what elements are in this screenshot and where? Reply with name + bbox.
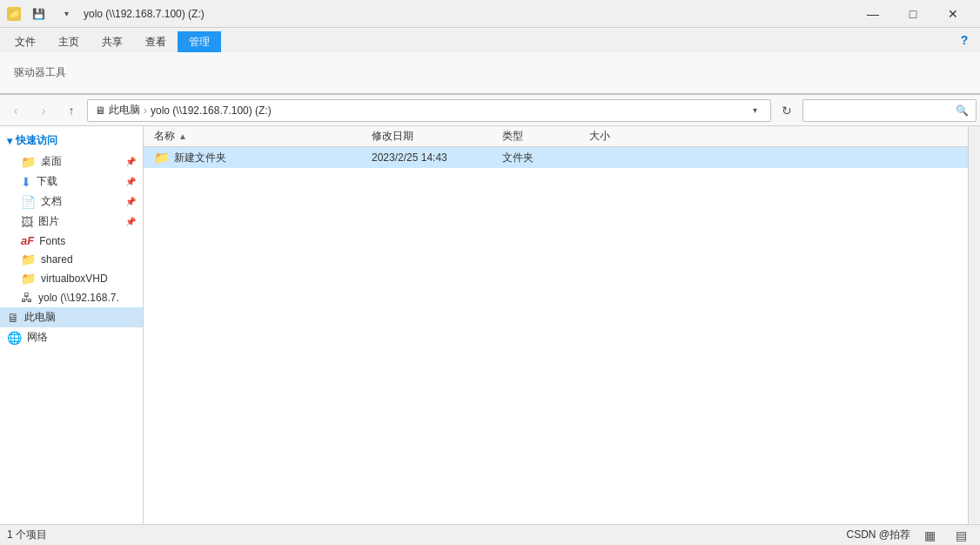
sidebar-item-label: 桌面 xyxy=(41,154,62,169)
column-header-type[interactable]: 类型 xyxy=(495,126,582,147)
sidebar-item-virtualboxvhd[interactable]: 📁 virtualboxVHD xyxy=(0,269,143,288)
view-grid-btn[interactable]: ▦ xyxy=(917,523,942,546)
search-icon: 🔍 xyxy=(956,104,969,117)
tab-manage[interactable]: 管理 xyxy=(178,31,221,52)
toolbar-dropdown-btn[interactable]: ▾ xyxy=(54,2,78,26)
main-area: ▾ 快速访问 📁 桌面 📌 ⬇ 下载 📌 📄 文档 📌 🖼 图片 📌 aF Fo… xyxy=(0,126,980,524)
column-date-label: 修改日期 xyxy=(372,129,413,144)
file-cell-name: 📁 新建文件夹 xyxy=(147,149,365,167)
sidebar-item-desktop[interactable]: 📁 桌面 📌 xyxy=(0,151,143,172)
navigation-bar: ‹ › ↑ 🖥 此电脑 › yolo (\\192.168.7.100) (Z:… xyxy=(0,95,980,126)
this-pc-icon: 🖥 xyxy=(7,311,19,325)
back-button[interactable]: ‹ xyxy=(3,98,28,123)
window-controls: — □ ✕ xyxy=(853,0,973,28)
address-part-pc: 此电脑 xyxy=(109,103,140,118)
sidebar-item-label: yolo (\\192.168.7. xyxy=(38,292,119,304)
table-row[interactable]: 📁 新建文件夹 2023/2/25 14:43 文件夹 xyxy=(144,147,968,168)
pin-icon: 📌 xyxy=(125,217,136,226)
view-list-btn[interactable]: ▤ xyxy=(949,523,973,546)
pin-icon: 📌 xyxy=(125,197,136,206)
ribbon-section-label: 驱动器工具 xyxy=(7,65,73,80)
sidebar-item-downloads[interactable]: ⬇ 下载 📌 xyxy=(0,172,143,192)
address-sep1: › xyxy=(144,104,147,117)
toolbar-save-btn[interactable]: 💾 xyxy=(26,2,50,26)
sidebar-item-pictures[interactable]: 🖼 图片 📌 xyxy=(0,212,143,232)
file-area: 名称 ▲ 修改日期 类型 大小 📁 新建文件夹 2023/2/25 14:43 … xyxy=(144,126,968,524)
ribbon-content: 驱动器工具 xyxy=(0,52,980,94)
sidebar-item-label: 图片 xyxy=(38,214,59,229)
quick-access-toolbar: 💾 ▾ xyxy=(26,2,78,26)
folder-pic-icon: 🖼 xyxy=(21,215,33,229)
sidebar-item-network[interactable]: 🌐 网络 xyxy=(0,327,143,347)
sidebar-item-label: 文档 xyxy=(41,194,62,209)
pin-icon: 📌 xyxy=(125,177,136,186)
status-bar: 1 个项目 CSDN @拍荐 ▦ ▤ xyxy=(0,524,980,545)
sidebar-section-quickaccess-label: 快速访问 xyxy=(16,133,57,148)
up-button[interactable]: ↑ xyxy=(59,98,84,123)
refresh-button[interactable]: ↻ xyxy=(775,98,799,123)
address-bar[interactable]: 🖥 此电脑 › yolo (\\192.168.7.100) (Z:) ▾ xyxy=(87,99,771,122)
sidebar-item-shared[interactable]: 📁 shared xyxy=(0,250,143,269)
close-button[interactable]: ✕ xyxy=(933,0,973,28)
title-bar-left: 📁 💾 ▾ yolo (\\192.168.7.100) (Z:) xyxy=(7,2,205,26)
sidebar-item-label: Fonts xyxy=(39,235,65,247)
file-cell-date: 2023/2/25 14:43 xyxy=(365,150,495,165)
minimize-button[interactable]: — xyxy=(853,0,893,28)
folder-doc-icon: 📄 xyxy=(21,195,36,209)
column-name-label: 名称 xyxy=(154,129,175,144)
ribbon: 文件 主页 共享 查看 管理 ? 驱动器工具 xyxy=(0,28,980,95)
address-part-drive: yolo (\\192.168.7.100) (Z:) xyxy=(151,104,272,117)
tab-view[interactable]: 查看 xyxy=(134,31,178,52)
sidebar-item-label: shared xyxy=(41,253,73,266)
sidebar-item-label: 下载 xyxy=(37,174,57,189)
sidebar-item-yolo[interactable]: 🖧 yolo (\\192.168.7. xyxy=(0,288,143,307)
column-header-name[interactable]: 名称 ▲ xyxy=(147,126,365,147)
sidebar-item-label: 此电脑 xyxy=(24,310,56,325)
title-bar: 📁 💾 ▾ yolo (\\192.168.7.100) (Z:) — □ ✕ xyxy=(0,0,980,28)
network-drive-icon: 🖧 xyxy=(21,291,33,305)
address-content: 🖥 此电脑 › yolo (\\192.168.7.100) (Z:) xyxy=(95,103,272,118)
sidebar-item-label: virtualboxVHD xyxy=(41,272,108,285)
file-name-label: 新建文件夹 xyxy=(174,151,226,165)
app-icon: 📁 xyxy=(7,7,21,21)
folder-shared-icon: 📁 xyxy=(21,252,36,266)
column-header-size[interactable]: 大小 xyxy=(582,126,652,147)
file-list: 📁 新建文件夹 2023/2/25 14:43 文件夹 xyxy=(144,147,968,524)
pin-icon: 📌 xyxy=(125,157,136,166)
sort-arrow-icon: ▲ xyxy=(178,131,187,141)
tab-home[interactable]: 主页 xyxy=(47,31,91,52)
folder-icon: 📁 xyxy=(154,151,169,165)
address-pc-icon: 🖥 xyxy=(95,104,105,117)
forward-button[interactable]: › xyxy=(31,98,56,123)
address-dropdown-btn[interactable]: ▾ xyxy=(746,99,763,122)
column-type-label: 类型 xyxy=(502,129,523,144)
sidebar: ▾ 快速访问 📁 桌面 📌 ⬇ 下载 📌 📄 文档 📌 🖼 图片 📌 aF Fo… xyxy=(0,126,144,524)
folder-icon: 📁 xyxy=(21,155,36,169)
sidebar-item-documents[interactable]: 📄 文档 📌 xyxy=(0,192,143,212)
status-csdn-label: CSDN @拍荐 xyxy=(846,528,910,542)
scrollbar[interactable] xyxy=(968,126,980,524)
sidebar-quick-access-header[interactable]: ▾ 快速访问 xyxy=(0,130,143,151)
column-header-date[interactable]: 修改日期 xyxy=(365,126,495,147)
ribbon-tabs: 文件 主页 共享 查看 管理 ? xyxy=(0,28,980,52)
maximize-button[interactable]: □ xyxy=(893,0,933,28)
folder-vhd-icon: 📁 xyxy=(21,272,36,286)
sidebar-item-fonts[interactable]: aF Fonts xyxy=(0,232,143,250)
folder-download-icon: ⬇ xyxy=(21,175,31,189)
sidebar-item-this-pc[interactable]: 🖥 此电脑 xyxy=(0,307,143,327)
window-title: yolo (\\192.168.7.100) (Z:) xyxy=(84,8,205,20)
status-right: CSDN @拍荐 ▦ ▤ xyxy=(846,523,973,546)
file-list-header: 名称 ▲ 修改日期 类型 大小 xyxy=(144,126,968,147)
search-bar[interactable]: 🔍 xyxy=(802,99,977,122)
file-cell-type: 文件夹 xyxy=(495,149,582,167)
sidebar-item-label: 网络 xyxy=(27,330,48,345)
ribbon-help-btn[interactable]: ? xyxy=(952,28,977,52)
search-input[interactable] xyxy=(810,104,952,117)
file-cell-size xyxy=(582,156,652,159)
column-size-label: 大小 xyxy=(589,129,610,144)
folder-font-icon: aF xyxy=(21,234,34,247)
tab-share[interactable]: 共享 xyxy=(91,31,134,52)
tab-file[interactable]: 文件 xyxy=(3,31,47,52)
chevron-down-icon: ▾ xyxy=(7,135,12,147)
status-item-count: 1 个项目 xyxy=(7,528,47,542)
